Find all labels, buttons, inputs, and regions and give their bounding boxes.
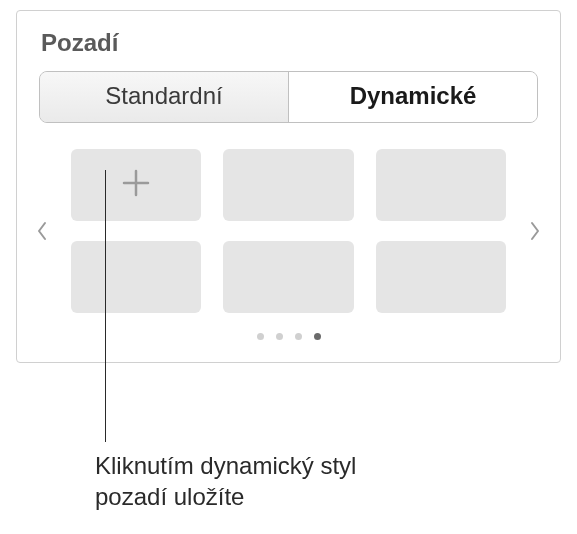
chevron-left-icon xyxy=(36,221,48,241)
style-tile[interactable] xyxy=(223,149,353,221)
style-carousel xyxy=(29,149,548,313)
style-tile[interactable] xyxy=(71,241,201,313)
page-dot-2[interactable] xyxy=(276,333,283,340)
section-title: Pozadí xyxy=(41,29,548,57)
page-dot-1[interactable] xyxy=(257,333,264,340)
style-tile[interactable] xyxy=(223,241,353,313)
style-segmented-control: Standardní Dynamické xyxy=(39,71,538,123)
plus-icon xyxy=(118,165,154,205)
pagination-dots xyxy=(29,333,548,340)
carousel-next-button[interactable] xyxy=(522,186,548,276)
background-panel: Pozadí Standardní Dynamické xyxy=(16,10,561,363)
tab-dynamic[interactable]: Dynamické xyxy=(289,72,537,122)
carousel-prev-button[interactable] xyxy=(29,186,55,276)
chevron-right-icon xyxy=(529,221,541,241)
add-style-tile[interactable] xyxy=(71,149,201,221)
style-tile[interactable] xyxy=(376,241,506,313)
page-dot-3[interactable] xyxy=(295,333,302,340)
tab-standard[interactable]: Standardní xyxy=(40,72,289,122)
page-dot-4[interactable] xyxy=(314,333,321,340)
style-grid xyxy=(59,149,518,313)
callout-text: Kliknutím dynamický styl pozadí uložíte xyxy=(95,450,415,512)
style-tile[interactable] xyxy=(376,149,506,221)
callout-line xyxy=(105,170,106,442)
